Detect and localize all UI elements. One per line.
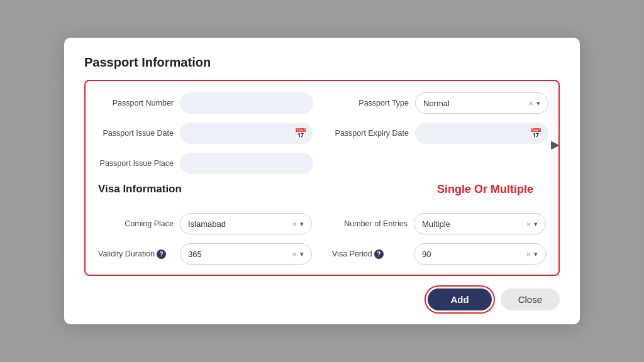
coming-place-chevron-icon[interactable]: ▾ bbox=[300, 220, 304, 228]
visa-section-header: Visa Information Single Or Multiple bbox=[98, 174, 546, 204]
passport-expiry-date-label: Passport Expiry Date bbox=[333, 128, 409, 138]
visa-period-row: Visa Period ? 90 × ▾ bbox=[332, 243, 546, 265]
visa-section-title: Visa Information bbox=[98, 183, 182, 195]
passport-issue-place-label: Passport Issue Place bbox=[98, 158, 174, 168]
passport-expiry-date-row: Passport Expiry Date 📅 ▶ bbox=[333, 123, 548, 144]
passport-issue-place-input[interactable] bbox=[180, 153, 313, 174]
modal-footer: Add Close bbox=[84, 288, 560, 310]
validity-clear-icon[interactable]: × bbox=[292, 250, 297, 259]
passport-expiry-date-calendar-icon[interactable]: 📅 bbox=[530, 128, 542, 140]
validity-select[interactable]: 365 × ▾ bbox=[180, 243, 312, 265]
visa-period-clear-icon[interactable]: × bbox=[526, 250, 531, 259]
passport-type-value: Normal bbox=[423, 99, 528, 108]
coming-place-actions: × ▾ bbox=[292, 219, 304, 229]
visa-period-help-icon[interactable]: ? bbox=[374, 250, 384, 259]
passport-type-actions: × ▾ bbox=[528, 99, 540, 108]
coming-place-clear-icon[interactable]: × bbox=[292, 219, 297, 229]
validity-value: 365 bbox=[188, 250, 292, 259]
coming-place-row: Coming Place Islamabad × ▾ bbox=[98, 213, 312, 234]
passport-issue-date-calendar-icon[interactable]: 📅 bbox=[294, 128, 307, 140]
coming-place-select[interactable]: Islamabad × ▾ bbox=[180, 213, 312, 234]
visa-period-value: 90 bbox=[422, 250, 526, 259]
passport-issue-place-row: Passport Issue Place bbox=[98, 153, 313, 174]
passport-form-grid: Passport Number Passport Type Normal × ▾ bbox=[98, 92, 546, 174]
validity-row: Validity Duration ? 365 × ▾ bbox=[98, 243, 312, 265]
entries-value: Multiple bbox=[422, 219, 526, 229]
entries-chevron-icon[interactable]: ▾ bbox=[534, 220, 538, 228]
passport-type-label: Passport Type bbox=[333, 98, 409, 108]
entries-select[interactable]: Multiple × ▾ bbox=[414, 213, 546, 234]
validity-actions: × ▾ bbox=[292, 250, 304, 259]
validity-label-group: Validity Duration ? bbox=[98, 249, 174, 259]
visa-period-label-group: Visa Period ? bbox=[332, 249, 408, 259]
passport-issue-date-field[interactable] bbox=[189, 123, 294, 144]
passport-issue-date-input[interactable]: 📅 bbox=[180, 123, 313, 144]
passport-type-row: Passport Type Normal × ▾ bbox=[333, 92, 548, 114]
coming-place-value: Islamabad bbox=[188, 219, 292, 229]
passport-type-clear-icon[interactable]: × bbox=[528, 99, 533, 108]
validity-label: Validity Duration bbox=[98, 249, 155, 259]
visa-period-chevron-icon[interactable]: ▾ bbox=[534, 250, 538, 258]
coming-place-label: Coming Place bbox=[98, 219, 174, 229]
visa-form-grid: Coming Place Islamabad × ▾ Number of Ent… bbox=[98, 213, 546, 265]
empty-cell bbox=[333, 153, 548, 174]
passport-issue-date-row: Passport Issue Date 📅 bbox=[98, 123, 313, 144]
close-button[interactable]: Close bbox=[501, 288, 560, 310]
passport-number-input[interactable] bbox=[180, 92, 313, 114]
validity-chevron-icon[interactable]: ▾ bbox=[300, 250, 304, 258]
entries-clear-icon[interactable]: × bbox=[526, 219, 531, 229]
visa-period-actions: × ▾ bbox=[526, 250, 538, 259]
entries-actions: × ▾ bbox=[526, 219, 538, 229]
entries-label: Number of Entries bbox=[332, 219, 408, 229]
form-section: Passport Number Passport Type Normal × ▾ bbox=[84, 80, 560, 276]
passport-expiry-date-input[interactable]: 📅 ▶ bbox=[415, 123, 548, 144]
add-button[interactable]: Add bbox=[428, 288, 491, 310]
passport-expiry-date-field[interactable] bbox=[424, 123, 530, 144]
entries-row: Number of Entries Multiple × ▾ bbox=[332, 213, 546, 234]
passport-number-row: Passport Number bbox=[98, 92, 313, 114]
visa-period-label: Visa Period bbox=[332, 249, 372, 259]
passport-number-label: Passport Number bbox=[98, 98, 174, 108]
passport-type-select[interactable]: Normal × ▾ bbox=[415, 92, 548, 114]
cursor-icon: ▶ bbox=[551, 138, 560, 151]
visa-period-select[interactable]: 90 × ▾ bbox=[414, 243, 546, 265]
passport-type-chevron-icon[interactable]: ▾ bbox=[536, 99, 540, 107]
modal-title: Passport Information bbox=[84, 55, 560, 70]
validity-help-icon[interactable]: ? bbox=[157, 250, 166, 259]
passport-modal: Passport Information Passport Number Pas… bbox=[64, 38, 580, 324]
modal-backdrop: ⊟ KsaPoint ⊟ KsaPoint ⊟ KsaPoint ⊟ KsaPo… bbox=[0, 0, 644, 362]
visa-highlight: Single Or Multiple bbox=[437, 183, 546, 196]
passport-issue-date-label: Passport Issue Date bbox=[98, 128, 174, 138]
